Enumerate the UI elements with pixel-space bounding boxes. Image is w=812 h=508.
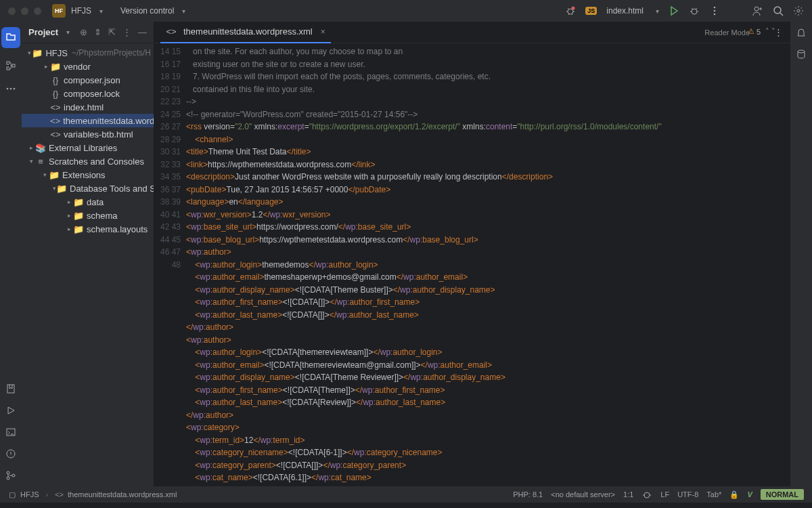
- svg-rect-10: [7, 67, 9, 70]
- more-vert-icon[interactable]: [709, 5, 720, 16]
- vim-icon[interactable]: V: [747, 490, 752, 499]
- terminal-tool-icon[interactable]: [5, 427, 16, 438]
- status-position[interactable]: 1:1: [623, 490, 633, 499]
- locate-icon[interactable]: ⊕: [80, 27, 87, 37]
- right-toolbar: [790, 22, 812, 486]
- tree-file[interactable]: <>index.html: [22, 100, 154, 114]
- tab-bar: <> themeunittestdata.wordpress.xml × ⋮: [154, 22, 790, 43]
- notifications-icon[interactable]: [796, 27, 807, 38]
- project-status-icon: ▢: [8, 489, 16, 500]
- xml-icon: <>: [166, 26, 177, 37]
- tree-file-selected[interactable]: <>themeunittestdata.wordp: [22, 114, 154, 127]
- bug-stop-icon[interactable]: [565, 5, 576, 16]
- status-bar: ▢ HFJS › <> themeunittestdata.wordpress.…: [0, 486, 812, 503]
- left-toolbar: [0, 22, 22, 486]
- hector-icon[interactable]: [641, 489, 652, 500]
- more-horiz-icon[interactable]: [5, 83, 16, 94]
- code-content[interactable]: on the site. For each author, you may ch…: [186, 43, 790, 486]
- tree-folder-vendor[interactable]: ▸📁vendor: [22, 60, 154, 73]
- close-traffic-light[interactable]: [8, 7, 16, 15]
- project-name[interactable]: HFJS: [71, 6, 91, 16]
- project-badge: HF: [52, 4, 66, 18]
- lock-icon[interactable]: 🔒: [729, 490, 739, 499]
- chevron-down-icon[interactable]: ▾: [66, 28, 70, 36]
- bookmark-tool-icon[interactable]: [5, 383, 16, 394]
- tree-root[interactable]: ▾📁HFJS~/PhpstormProjects/H: [22, 46, 154, 60]
- window-controls: [8, 7, 41, 15]
- project-tool-button[interactable]: [1, 27, 20, 48]
- warning-icon: ⚠: [748, 27, 754, 36]
- tree-dbtools[interactable]: ▾📁Database Tools and S: [22, 182, 154, 195]
- gear-icon[interactable]: [793, 5, 804, 16]
- search-icon[interactable]: [773, 5, 784, 16]
- svg-point-3: [714, 7, 716, 9]
- tree-file[interactable]: {}composer.json: [22, 73, 154, 87]
- tree-folder[interactable]: ▸📁data: [22, 195, 154, 209]
- tree-scratches[interactable]: ▾≡Scratches and Consoles: [22, 154, 154, 168]
- close-icon[interactable]: ×: [321, 27, 325, 37]
- svg-point-1: [572, 7, 575, 10]
- svg-point-7: [774, 7, 781, 14]
- tree-file[interactable]: {}composer.lock: [22, 87, 154, 100]
- minimize-traffic-light[interactable]: [21, 7, 28, 15]
- sidebar-title[interactable]: Project: [28, 27, 58, 37]
- collapse-icon[interactable]: ⇱: [108, 27, 116, 37]
- services-tool-icon[interactable]: [5, 405, 16, 416]
- tab-label: themeunittestdata.wordpress.xml: [183, 26, 313, 37]
- breadcrumb-project[interactable]: HFJS: [20, 490, 39, 499]
- run-config-file[interactable]: index.html: [606, 6, 644, 16]
- status-encoding[interactable]: UTF-8: [677, 490, 698, 499]
- structure-tool-icon[interactable]: [5, 60, 16, 71]
- svg-point-21: [798, 50, 805, 53]
- status-php[interactable]: PHP: 8.1: [513, 490, 543, 499]
- svg-point-20: [12, 474, 15, 477]
- zoom-traffic-light[interactable]: [34, 7, 41, 15]
- minimize-icon[interactable]: —: [138, 27, 147, 37]
- gutter[interactable]: 14 15 16 17 18 19 20 21 22 23 24 25 26 2…: [154, 43, 186, 486]
- js-badge: JS: [585, 7, 597, 15]
- svg-rect-11: [12, 64, 15, 67]
- add-user-icon[interactable]: [752, 5, 763, 16]
- svg-rect-15: [7, 385, 14, 393]
- problems-tool-icon[interactable]: [5, 448, 16, 459]
- main-area: Project▾ ⊕ ⇕ ⇱ ⋮ — ▾📁HFJS~/PhpstormProje…: [0, 22, 812, 486]
- vcs-menu[interactable]: Version control: [120, 6, 174, 16]
- svg-point-14: [14, 88, 16, 90]
- breadcrumb-file[interactable]: themeunittestdata.wordpress.xml: [68, 490, 177, 499]
- svg-point-8: [797, 9, 800, 12]
- chevron-up-icon[interactable]: ˄: [765, 27, 769, 36]
- inspection-widget[interactable]: ⚠5˄˅: [748, 27, 775, 36]
- reader-mode-label[interactable]: Reader Mode: [704, 28, 750, 37]
- sidebar-header: Project▾ ⊕ ⇕ ⇱ ⋮ —: [22, 22, 154, 43]
- tree-extensions[interactable]: ▾📁Extensions: [22, 168, 154, 182]
- svg-point-4: [714, 10, 716, 12]
- project-sidebar: Project▾ ⊕ ⇕ ⇱ ⋮ — ▾📁HFJS~/PhpstormProje…: [22, 22, 154, 486]
- status-server[interactable]: <no default server>: [551, 490, 615, 499]
- database-icon[interactable]: [796, 49, 807, 60]
- status-line-sep[interactable]: LF: [660, 490, 669, 499]
- titlebar: HF HFJS▾ Version control▾ JS index.html▾: [0, 0, 812, 22]
- chevron-down-icon[interactable]: ▾: [99, 7, 103, 15]
- chevron-down-icon[interactable]: ▾: [656, 7, 659, 15]
- expand-icon[interactable]: ⇕: [94, 27, 102, 37]
- project-tree[interactable]: ▾📁HFJS~/PhpstormProjects/H ▸📁vendor {}co…: [22, 43, 154, 238]
- code-area[interactable]: 14 15 16 17 18 19 20 21 22 23 24 25 26 2…: [154, 43, 790, 486]
- svg-point-0: [568, 9, 573, 14]
- tab-active[interactable]: <> themeunittestdata.wordpress.xml ×: [160, 22, 331, 43]
- tree-file[interactable]: <>variables-btb.html: [22, 127, 154, 141]
- chevron-down-icon[interactable]: ˅: [771, 27, 775, 36]
- svg-point-22: [644, 492, 650, 498]
- run-icon[interactable]: [669, 5, 679, 16]
- debug-icon[interactable]: [689, 5, 700, 16]
- vcs-tool-icon[interactable]: [5, 470, 16, 481]
- svg-point-6: [754, 7, 759, 11]
- chevron-down-icon[interactable]: ▾: [182, 7, 185, 15]
- tree-ext-lib[interactable]: ▸📚External Libraries: [22, 141, 154, 154]
- tree-folder[interactable]: ▸📁schema: [22, 209, 154, 222]
- more-vert-icon[interactable]: ⋮: [122, 27, 131, 37]
- status-indent[interactable]: Tab*: [706, 490, 721, 499]
- svg-rect-9: [7, 62, 9, 64]
- editor: <> themeunittestdata.wordpress.xml × ⋮ R…: [154, 22, 790, 486]
- svg-point-12: [7, 88, 9, 90]
- tree-folder[interactable]: ▸📁schema.layouts: [22, 222, 154, 236]
